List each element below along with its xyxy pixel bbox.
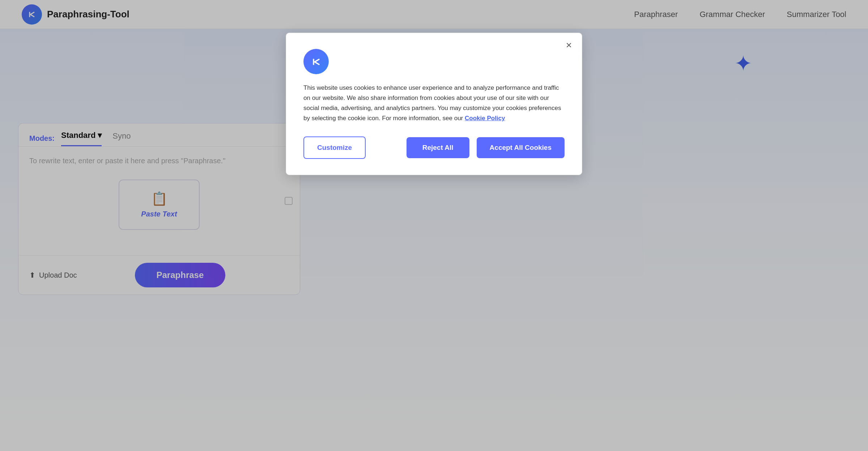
modal-overlay: × This website uses cookies to enhance u… (0, 0, 868, 451)
customize-button[interactable]: Customize (303, 136, 366, 159)
reject-all-button[interactable]: Reject All (407, 137, 469, 158)
modal-close-button[interactable]: × (566, 40, 572, 50)
cookie-description: This website uses cookies to enhance use… (303, 83, 565, 123)
modal-actions: Customize Reject All Accept All Cookies (303, 136, 565, 159)
modal-logo-icon (303, 49, 329, 74)
cookie-policy-link[interactable]: Cookie Policy (465, 115, 505, 122)
cookie-modal: × This website uses cookies to enhance u… (286, 33, 582, 175)
accept-all-cookies-button[interactable]: Accept All Cookies (477, 137, 565, 158)
